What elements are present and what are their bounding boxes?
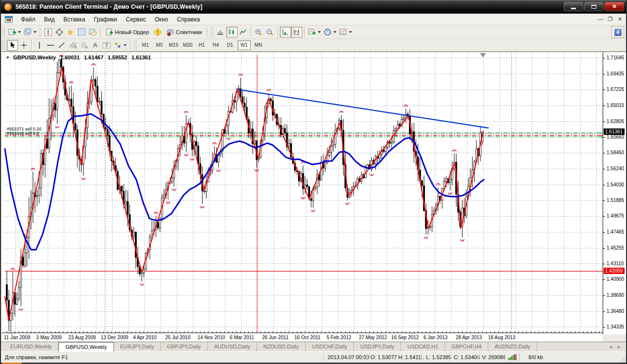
- menu-item-insert[interactable]: Вставка: [59, 15, 90, 24]
- time-axis[interactable]: 11 Jan 20093 May 200923 Aug 200913 Dec 2…: [2, 334, 603, 342]
- chart-tabbar: EURUSD,WeeklyGBPUSD,WeeklyEURJPY,DailyGB…: [1, 342, 626, 351]
- price-axis-label: 1.71645: [607, 55, 624, 60]
- favorites-button[interactable]: ★: [65, 27, 76, 37]
- menu-item-charts[interactable]: Графики: [90, 15, 122, 24]
- indicators-button[interactable]: [307, 27, 322, 37]
- bar-chart-button[interactable]: [215, 27, 226, 37]
- svg-text:E: E: [74, 45, 77, 49]
- candlestick-chart-button[interactable]: [226, 27, 238, 37]
- app-logo-icon: [4, 3, 12, 11]
- tab-usdjpy-daily[interactable]: USDJPY,Daily: [354, 342, 401, 351]
- menu-item-window[interactable]: Окно: [150, 15, 173, 24]
- toolbar-grip[interactable]: [211, 27, 213, 37]
- candlestick-icon: [228, 28, 236, 36]
- toolbar-grip[interactable]: [2, 27, 5, 37]
- chart-menu-arrow-icon[interactable]: ▼: [6, 55, 10, 60]
- price-axis-label: 1.60660: [607, 134, 624, 140]
- new-chart-button[interactable]: [7, 27, 22, 37]
- tab-audnzd-daily[interactable]: AUDNZD,Daily: [488, 342, 537, 351]
- trendline-button[interactable]: [56, 40, 67, 51]
- horizontal-line-button[interactable]: [45, 40, 56, 51]
- line-chart-button[interactable]: [238, 27, 249, 37]
- crosshair-tool-button[interactable]: [18, 40, 29, 51]
- timeframe-button-h1[interactable]: H1: [195, 40, 208, 50]
- fibonacci-button[interactable]: F: [78, 40, 90, 51]
- menu-item-service[interactable]: Сервис: [122, 15, 150, 24]
- close-button[interactable]: ✕: [605, 2, 624, 11]
- new-order-button[interactable]: Новый Ордер: [103, 27, 152, 37]
- profiles-button[interactable]: [22, 27, 38, 37]
- zoom-in-button[interactable]: [253, 27, 264, 37]
- timeframe-button-w1[interactable]: W1: [238, 40, 251, 50]
- toolbar-separator: [207, 27, 207, 37]
- data-window-button[interactable]: [76, 27, 87, 37]
- timeframe-button-m5[interactable]: M5: [153, 40, 166, 50]
- mdi-minimize-button[interactable]: —: [596, 15, 605, 23]
- notifications-button[interactable]: 4: [611, 26, 624, 38]
- maximize-button[interactable]: [584, 2, 604, 11]
- toolbar-grip[interactable]: [134, 40, 136, 50]
- price-axis-label: 1.45255: [607, 245, 624, 251]
- channel-button[interactable]: E: [67, 40, 78, 51]
- tab-usdchf-daily[interactable]: USDCHF,Daily: [306, 342, 354, 351]
- vertical-line-icon: [36, 41, 43, 49]
- mdi-close-button[interactable]: ✕: [616, 15, 624, 23]
- periods-button[interactable]: [322, 27, 338, 37]
- zoom-out-button[interactable]: [264, 27, 276, 37]
- important-button[interactable]: !: [152, 27, 164, 37]
- tabs-scroll-right-icon[interactable]: ►: [617, 345, 621, 349]
- arrows-button[interactable]: [112, 40, 128, 51]
- tab-gbpusd-weekly[interactable]: GBPUSD,Weekly: [58, 342, 113, 351]
- new-chart-icon: [8, 28, 16, 36]
- price-axis-label: 1.56240: [607, 166, 624, 171]
- toolbar-grip[interactable]: [2, 40, 5, 50]
- market-watch-button[interactable]: [42, 27, 54, 37]
- tab-eurusd-weekly[interactable]: EURUSD,Weekly: [4, 342, 58, 351]
- text-label-button[interactable]: T: [101, 40, 112, 51]
- auto-scroll-button[interactable]: [280, 27, 291, 37]
- tab-audusd-daily[interactable]: AUDUSD,Daily: [208, 342, 257, 351]
- chart-window-icon: [5, 16, 13, 23]
- timeframe-button-h4[interactable]: H4: [209, 40, 222, 50]
- crosshair-window-button[interactable]: [54, 27, 65, 37]
- cursor-button[interactable]: [7, 40, 18, 51]
- menu-item-file[interactable]: Файл: [17, 15, 40, 24]
- connection-signal-icon: [505, 354, 519, 360]
- templates-button[interactable]: [338, 27, 353, 37]
- mdi-restore-button[interactable]: ❐: [606, 15, 614, 23]
- time-axis-label: 28 Apr 2013: [456, 335, 482, 340]
- tab-eurjpy-daily[interactable]: EURJPY,Daily: [114, 342, 161, 351]
- timeframe-button-m30[interactable]: M30: [181, 40, 194, 50]
- chart-shift-button[interactable]: [291, 27, 302, 37]
- advisors-button[interactable]: Советники: [164, 27, 205, 37]
- tab-gbpchf-h4[interactable]: GBPCHF,H4: [445, 342, 488, 351]
- toolbar-separator: [31, 40, 32, 51]
- bar-chart-icon: [217, 28, 224, 36]
- zoom-in-icon: [255, 28, 262, 36]
- vertical-line-button[interactable]: [34, 40, 45, 51]
- timeframe-button-d1[interactable]: D1: [223, 40, 237, 50]
- menu-item-view[interactable]: Вид: [40, 15, 59, 24]
- resize-grip[interactable]: [619, 356, 626, 363]
- time-axis-label: 18 Aug 2013: [488, 335, 516, 340]
- timeframe-button-mn[interactable]: MN: [252, 40, 265, 50]
- minimize-button[interactable]: [564, 2, 583, 11]
- chart-area[interactable]: ▼ GBPUSD,Weekly 1.60031 1.61467 1.59552 …: [2, 52, 627, 334]
- strategy-tester-button[interactable]: [87, 27, 98, 37]
- tabs-scroll-left-icon[interactable]: ◄: [609, 345, 613, 349]
- text-button[interactable]: A: [90, 40, 101, 51]
- time-axis-label: 6 Jan 2013: [424, 335, 448, 340]
- tab-nzdusd-daily[interactable]: NZDUSD,Daily: [257, 342, 306, 351]
- minimize-icon: [571, 8, 576, 9]
- tab-gbpjpy-daily[interactable]: GBPJPY,Daily: [161, 342, 208, 351]
- status-time: 2013.04.07 00:00: [323, 353, 366, 362]
- bar-low: 1.59552: [108, 55, 127, 60]
- menu-item-help[interactable]: Справка: [173, 15, 204, 24]
- chart-canvas[interactable]: [2, 52, 627, 334]
- tab-usdcad-h1[interactable]: USDCAD,H1: [401, 342, 445, 351]
- axis-line-mark: [601, 137, 603, 138]
- timeframe-button-m15[interactable]: M15: [167, 40, 180, 50]
- timeframe-button-m1[interactable]: M1: [139, 40, 152, 50]
- toolbar-separator: [130, 40, 130, 51]
- price-axis[interactable]: 1.716451.694351.672251.650151.628051.606…: [603, 52, 627, 334]
